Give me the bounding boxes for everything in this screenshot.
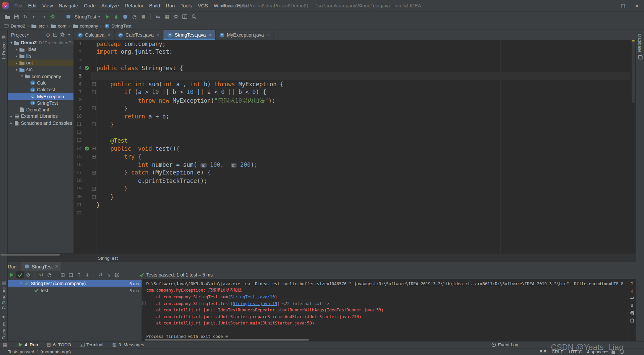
sort-alpha-icon[interactable]: a↓ bbox=[37, 271, 45, 278]
project-tree-item-calctest[interactable]: CCalcTest bbox=[8, 86, 73, 93]
fold-icon[interactable]: − bbox=[92, 82, 96, 86]
up-icon[interactable]: ↑ bbox=[629, 280, 636, 286]
project-hscrollbar[interactable] bbox=[0, 254, 60, 256]
fold-icon[interactable]: − bbox=[92, 155, 96, 158]
menu-file[interactable]: File bbox=[11, 2, 25, 9]
hide-icon[interactable]: ▾ bbox=[66, 32, 72, 38]
close-icon[interactable]: × bbox=[55, 264, 58, 268]
menu-edit[interactable]: Edit bbox=[25, 2, 39, 9]
chevron-right-icon[interactable]: ▸ bbox=[14, 61, 19, 65]
print-icon[interactable] bbox=[629, 310, 636, 316]
close-icon[interactable]: × bbox=[157, 33, 160, 37]
menu-code[interactable]: Code bbox=[81, 2, 98, 9]
history-icon[interactable]: ↺ bbox=[97, 271, 104, 278]
console-output[interactable]: + D:\Software\Java\JDK9.0.4\bin\java.exe… bbox=[142, 279, 628, 341]
editor-breadcrumb[interactable]: StringTest bbox=[98, 255, 118, 260]
console-hscrollbar[interactable] bbox=[145, 339, 309, 341]
encoding-widget[interactable]: UTF-8 bbox=[569, 349, 582, 354]
breadcrumb-src[interactable]: src bbox=[31, 23, 45, 29]
tab-calctest-java[interactable]: CCalcTest.java× bbox=[114, 30, 164, 40]
chevron-down-icon[interactable]: ▾ bbox=[20, 74, 24, 78]
save-all-icon[interactable] bbox=[12, 12, 20, 20]
profiler-icon[interactable]: ◔ bbox=[130, 12, 139, 20]
tab-myexception-java[interactable]: CMyException.java× bbox=[216, 30, 274, 40]
stop-icon[interactable] bbox=[140, 12, 148, 20]
menu-analyze[interactable]: Analyze bbox=[99, 2, 122, 9]
chevron-down-icon[interactable]: ▾ bbox=[9, 41, 13, 45]
test-tree-item-stringtest-com-company-[interactable]: ▾StringTest (com.company)5 ms bbox=[8, 280, 142, 287]
grid-icon[interactable]: ▦ bbox=[163, 12, 171, 20]
editor-vertical-scrollbar[interactable] bbox=[631, 40, 636, 254]
close-icon[interactable]: × bbox=[209, 33, 212, 37]
tool-window-button-4-run[interactable]: 4: Run bbox=[18, 342, 38, 347]
expand-all-icon[interactable]: + bbox=[59, 271, 66, 278]
project-tree-item-src[interactable]: ▾src bbox=[8, 66, 73, 73]
project-tree-item-calc[interactable]: CCalc bbox=[8, 80, 73, 86]
reader-icon[interactable] bbox=[619, 349, 624, 354]
back-icon[interactable]: ← bbox=[31, 12, 39, 20]
breadcrumb-demo2[interactable]: Demo2 bbox=[3, 23, 26, 29]
scroll-end-icon[interactable]: ⇓ bbox=[629, 302, 636, 308]
project-tree-item-out[interactable]: ▸out bbox=[8, 59, 73, 66]
event-log-button[interactable]: Event Log bbox=[491, 342, 518, 347]
tool-window-button-0-messages[interactable]: ▥0: Messages bbox=[112, 342, 144, 347]
project-tree-item-myexception[interactable]: CMyException bbox=[8, 93, 73, 100]
tool-window-button-6-todo[interactable]: ▤6: TODO bbox=[46, 342, 71, 347]
project-tree-item-stringtest[interactable]: CStringTest bbox=[8, 100, 73, 106]
fold-icon[interactable]: − bbox=[92, 171, 96, 174]
status-message[interactable]: Tests passed: 1 (moments ago) bbox=[8, 349, 71, 354]
fold-icon[interactable]: − bbox=[92, 195, 96, 199]
close-icon[interactable]: × bbox=[107, 33, 111, 37]
tool-stripe-2-favorites[interactable]: ★2: Favorites bbox=[1, 314, 7, 344]
fold-icon[interactable]: − bbox=[92, 122, 96, 126]
import-icon[interactable]: ↘ bbox=[105, 271, 112, 278]
menu-navigate[interactable]: Navigate bbox=[56, 2, 81, 9]
sort-time-icon[interactable]: ◔ bbox=[46, 271, 53, 278]
breadcrumb-company[interactable]: company bbox=[72, 23, 98, 29]
collapse-all-icon[interactable]: − bbox=[52, 32, 58, 38]
run-tab[interactable]: StringTest × bbox=[21, 262, 61, 271]
close-button[interactable]: × bbox=[630, 0, 644, 11]
tool-switcher-icon[interactable]: ▦ bbox=[1, 341, 9, 349]
fold-icon[interactable]: − bbox=[92, 90, 96, 94]
chevron-right-icon[interactable]: ▸ bbox=[14, 54, 19, 58]
collapse-all2-icon[interactable]: − bbox=[67, 271, 75, 278]
scrollbar-thumb[interactable] bbox=[632, 42, 635, 103]
run-configuration-select[interactable]: StringTest ▾ bbox=[64, 12, 100, 20]
fold-icon[interactable]: − bbox=[92, 147, 96, 150]
chevron-right-icon[interactable]: ▸ bbox=[9, 121, 13, 125]
down-icon[interactable]: ↓ bbox=[629, 288, 636, 294]
project-tree-item-com-company[interactable]: ▾com.company bbox=[8, 73, 73, 80]
chevron-right-icon[interactable]: ▸ bbox=[9, 115, 13, 118]
tool-stripe-7-structure[interactable]: ▤7: Structure bbox=[1, 280, 7, 310]
close-icon[interactable]: × bbox=[267, 33, 270, 37]
debug-icon[interactable] bbox=[112, 12, 120, 20]
project-tree-item-scratches-and-consoles[interactable]: ▸Scratches and Consoles bbox=[8, 120, 73, 126]
project-tree-item-external-libraries[interactable]: ▸External Libraries bbox=[8, 113, 73, 120]
lock-icon[interactable] bbox=[610, 349, 616, 354]
breadcrumb-stringtest[interactable]: CStringTest bbox=[104, 23, 132, 29]
menu-build[interactable]: Build bbox=[146, 2, 163, 9]
console-link[interactable]: StringTest.java:19 bbox=[233, 301, 277, 306]
fold-icon[interactable]: − bbox=[92, 187, 96, 191]
chevron-down-icon[interactable]: ▾ bbox=[27, 33, 29, 37]
check-passed-icon[interactable] bbox=[16, 271, 24, 278]
test-tree-item-test[interactable]: test5 ms bbox=[8, 287, 142, 294]
project-tree-item-demo2-iml[interactable]: Demo2.iml bbox=[8, 106, 73, 113]
chevron-down-icon[interactable]: ▾ bbox=[14, 68, 19, 71]
tab-stringtest-java[interactable]: CStringTest.java× bbox=[164, 30, 216, 40]
project-tree-item-lib[interactable]: ▸lib bbox=[8, 53, 73, 59]
next-icon[interactable]: ↓ bbox=[84, 271, 91, 278]
menu-tools[interactable]: Tools bbox=[178, 2, 195, 9]
locate-icon[interactable]: ⊕ bbox=[45, 32, 51, 38]
settings-icon[interactable] bbox=[59, 32, 65, 38]
maximize-button[interactable]: □ bbox=[616, 0, 630, 11]
prev-icon[interactable]: ↑ bbox=[75, 271, 83, 278]
menu-view[interactable]: View bbox=[40, 2, 56, 9]
gutter-run-icon[interactable] bbox=[84, 65, 90, 71]
menu-refactor[interactable]: Refactor bbox=[122, 2, 146, 9]
settings-icon[interactable] bbox=[113, 271, 121, 278]
fold-icon[interactable]: − bbox=[92, 106, 96, 110]
search-icon[interactable] bbox=[190, 12, 198, 20]
layout-icon[interactable] bbox=[181, 12, 189, 20]
